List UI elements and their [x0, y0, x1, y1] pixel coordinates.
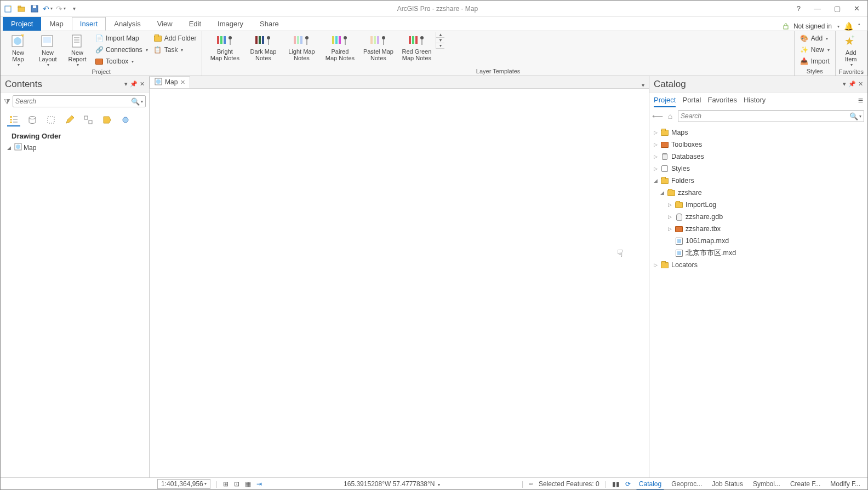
contents-dropdown-icon[interactable]: ▾: [124, 80, 128, 88]
catalog-menu-icon[interactable]: ≡: [858, 96, 863, 107]
status-tool2-icon[interactable]: ⊡: [234, 480, 239, 488]
catalog-pin-icon[interactable]: 📌: [848, 80, 856, 88]
dark-map-notes[interactable]: Dark Map Notes: [244, 32, 282, 61]
search-icon[interactable]: 🔍: [849, 112, 858, 120]
templates-scroller[interactable]: ▲▼▾: [436, 32, 444, 49]
filter-icon[interactable]: ⧩: [4, 97, 10, 106]
pause-icon[interactable]: ▮▮: [612, 480, 620, 488]
styles-new-button[interactable]: ✨New▾: [798, 45, 832, 55]
tree-databases[interactable]: ▷Databases: [652, 151, 865, 163]
tree-mxd1[interactable]: 1061map.mxd: [652, 235, 865, 247]
tab-map[interactable]: Map: [41, 17, 71, 31]
close-icon[interactable]: ✕: [854, 4, 860, 13]
tree-locators[interactable]: ▷Locators: [652, 259, 865, 271]
status-tool4-icon[interactable]: ⇥: [256, 480, 262, 488]
map-tab[interactable]: Map ✕: [150, 76, 190, 88]
tab-analysis[interactable]: Analysis: [106, 17, 149, 31]
bottom-tab-symbol[interactable]: Symbol...: [750, 479, 783, 489]
coord-dropdown-icon[interactable]: ▾: [438, 482, 440, 487]
catalog-tab-project[interactable]: Project: [654, 96, 676, 107]
pastel-map-notes[interactable]: Pastel Map Notes: [359, 32, 397, 61]
tree-toolboxes[interactable]: ▷Toolboxes: [652, 139, 865, 151]
tab-project[interactable]: Project: [3, 17, 41, 31]
styles-add-button[interactable]: 🎨Add▾: [798, 33, 832, 43]
bottom-tab-createf[interactable]: Create F...: [787, 479, 823, 489]
catalog-tab-favorites[interactable]: Favorites: [707, 96, 736, 107]
light-map-notes[interactable]: Light Map Notes: [282, 32, 321, 61]
refresh-icon[interactable]: ⟳: [625, 480, 631, 488]
tree-folders[interactable]: ◢Folders: [652, 175, 865, 187]
toolbox-button[interactable]: Toolbox▾: [93, 56, 150, 66]
tree-tbx[interactable]: ▷zzshare.tbx: [652, 223, 865, 235]
bottom-tab-geoproc[interactable]: Geoproc...: [669, 479, 705, 489]
redo-icon[interactable]: ↷▾: [56, 4, 65, 13]
tab-view[interactable]: View: [149, 17, 181, 31]
catalog-dropdown-icon[interactable]: ▾: [843, 80, 846, 88]
collapse-icon[interactable]: ◢: [7, 145, 13, 151]
save-project-icon[interactable]: [30, 4, 39, 13]
scroll-expand-icon[interactable]: ▾: [436, 43, 444, 49]
paired-map-notes[interactable]: Paired Map Notes: [321, 32, 359, 61]
search-icon[interactable]: 🔍: [131, 97, 140, 106]
scroll-up-icon[interactable]: ▲: [436, 32, 444, 38]
open-project-icon[interactable]: [17, 4, 26, 13]
contents-search-input[interactable]: Search 🔍▾: [13, 95, 146, 107]
back-icon[interactable]: ⟵: [653, 111, 663, 121]
import-map-button[interactable]: 📄Import Map: [93, 33, 150, 43]
tree-maps[interactable]: ▷Maps: [652, 126, 865, 139]
status-tool1-icon[interactable]: ⊞: [223, 480, 229, 488]
undo-icon[interactable]: ↶▾: [43, 4, 52, 13]
list-by-perception-icon[interactable]: [119, 113, 132, 126]
list-by-source-icon[interactable]: [26, 113, 39, 126]
tree-importlog[interactable]: ▷ImportLog: [652, 199, 865, 211]
new-layout-button[interactable]: New Layout▾: [33, 32, 62, 67]
map-canvas[interactable]: ☟: [150, 89, 649, 477]
scroll-down-icon[interactable]: ▼: [436, 38, 444, 43]
new-project-icon[interactable]: [4, 4, 13, 13]
new-map-button[interactable]: New Map▾: [4, 32, 32, 67]
list-by-editing-icon[interactable]: [63, 113, 76, 126]
tree-zzshare[interactable]: ◢zzshare: [652, 187, 865, 199]
bottom-tab-modifyf[interactable]: Modify F...: [827, 479, 863, 489]
tree-mxd2[interactable]: 北京市市区.mxd: [652, 247, 865, 259]
tab-insert[interactable]: Insert: [72, 17, 106, 31]
tab-edit[interactable]: Edit: [181, 17, 209, 31]
help-icon[interactable]: ?: [797, 4, 801, 13]
status-tool3-icon[interactable]: ▦: [245, 480, 251, 488]
qat-customize-icon[interactable]: ▾: [70, 4, 78, 13]
catalog-tab-portal[interactable]: Portal: [682, 96, 701, 107]
catalog-close-icon[interactable]: ✕: [858, 80, 863, 88]
styles-import-button[interactable]: 📥Import: [798, 56, 832, 66]
tab-share[interactable]: Share: [252, 17, 287, 31]
list-by-labeling-icon[interactable]: [100, 113, 113, 126]
map-tab-close-icon[interactable]: ✕: [180, 79, 185, 86]
minimize-icon[interactable]: —: [814, 4, 821, 13]
connections-button[interactable]: 🔗Connections▾: [93, 45, 150, 55]
tree-gdb[interactable]: ▷zzshare.gdb: [652, 211, 865, 223]
notifications-icon[interactable]: 🔔: [844, 22, 853, 31]
redgreen-map-notes[interactable]: Red Green Map Notes: [397, 32, 436, 61]
list-by-drawing-icon[interactable]: [7, 113, 20, 126]
contents-pin-icon[interactable]: 📌: [130, 80, 138, 88]
doctabs-dropdown-icon[interactable]: ▾: [637, 82, 649, 88]
maximize-icon[interactable]: ▢: [834, 4, 841, 13]
bottom-tab-catalog[interactable]: Catalog: [636, 479, 664, 489]
catalog-tab-history[interactable]: History: [744, 96, 766, 107]
add-folder-button[interactable]: Add Folder: [151, 33, 199, 43]
contents-close-icon[interactable]: ✕: [140, 80, 145, 88]
scale-input[interactable]: 1:401,364,956▾: [157, 479, 210, 489]
bottom-tab-jobstatus[interactable]: Job Status: [709, 479, 746, 489]
tree-styles[interactable]: ▷Styles: [652, 163, 865, 175]
list-by-snapping-icon[interactable]: [82, 113, 95, 126]
list-by-selection-icon[interactable]: [44, 113, 58, 126]
bright-map-notes[interactable]: Bright Map Notes: [205, 32, 244, 61]
home-icon[interactable]: ⌂: [665, 111, 675, 121]
collapse-ribbon-icon[interactable]: ˄: [858, 23, 861, 30]
add-item-button[interactable]: ★+ Add Item▾: [839, 32, 863, 67]
catalog-search-input[interactable]: Search 🔍▾: [678, 110, 864, 122]
task-button[interactable]: 📋Task▾: [151, 45, 199, 55]
contents-map-item[interactable]: ◢ Map: [1, 142, 149, 153]
signin-status[interactable]: Not signed in: [793, 22, 832, 30]
tab-imagery[interactable]: Imagery: [209, 17, 252, 31]
new-report-button[interactable]: New Report▾: [63, 32, 92, 67]
